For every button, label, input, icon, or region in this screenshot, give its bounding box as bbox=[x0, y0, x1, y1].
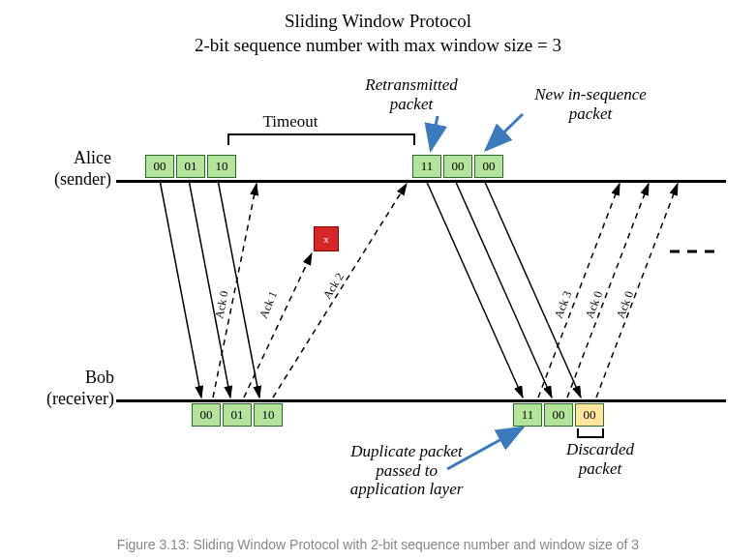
svg-line-14 bbox=[596, 184, 678, 398]
caption-text: Figure 3.13: Sliding Window Protocol wit… bbox=[117, 537, 639, 552]
discarded-bracket bbox=[577, 428, 604, 438]
alice-text: Alice (sender) bbox=[54, 148, 111, 189]
lost-packet-icon: x bbox=[314, 226, 339, 251]
svg-line-13 bbox=[567, 184, 649, 398]
seq-cell: 10 bbox=[254, 403, 283, 427]
ack-label: Ack 0 bbox=[212, 289, 230, 319]
timeout-bracket bbox=[227, 133, 415, 145]
bob-window-1: 00 01 10 bbox=[192, 403, 285, 427]
retransmitted-label: Retransmitted packet bbox=[353, 75, 469, 113]
title-line2: 2-bit sequence number with max window si… bbox=[195, 35, 561, 55]
svg-line-7 bbox=[244, 253, 312, 398]
ack-label: Ack 0 bbox=[614, 289, 636, 320]
retransmitted-text: Retransmitted packet bbox=[365, 75, 457, 113]
seq-cell: 00 bbox=[544, 403, 573, 427]
seq-cell: 11 bbox=[412, 155, 441, 178]
bob-text: Bob (receiver) bbox=[46, 368, 114, 408]
figure-caption: Figure 3.13: Sliding Window Protocol wit… bbox=[0, 537, 756, 552]
seq-cell: 01 bbox=[176, 155, 205, 178]
alice-label: Alice (sender) bbox=[34, 148, 111, 190]
ack-label: Ack 1 bbox=[257, 289, 280, 320]
svg-line-12 bbox=[538, 184, 620, 398]
svg-line-3 bbox=[160, 180, 201, 398]
seq-cell: 10 bbox=[207, 155, 236, 178]
svg-line-5 bbox=[218, 180, 259, 398]
seq-cell: 11 bbox=[513, 403, 542, 427]
new-in-seq-label: New in-sequence packet bbox=[523, 85, 658, 123]
svg-line-8 bbox=[273, 184, 407, 398]
svg-line-0 bbox=[431, 116, 438, 150]
svg-line-10 bbox=[455, 180, 552, 398]
ack-label: Ack 3 bbox=[552, 289, 574, 320]
svg-line-1 bbox=[486, 114, 523, 150]
svg-line-9 bbox=[426, 180, 523, 398]
ack-label: Ack 0 bbox=[583, 289, 605, 320]
bob-window-2: 11 00 00 bbox=[513, 403, 606, 427]
bob-timeline bbox=[116, 399, 726, 402]
timeout-label: Timeout bbox=[247, 112, 334, 132]
svg-line-4 bbox=[189, 180, 230, 398]
discarded-text: Discarded packet bbox=[566, 440, 634, 478]
duplicate-text: Duplicate packet passed to application l… bbox=[350, 442, 464, 498]
svg-line-6 bbox=[213, 184, 257, 398]
seq-cell: 00 bbox=[474, 155, 503, 178]
title-line1: Sliding Window Protocol bbox=[285, 11, 471, 31]
seq-cell: 00 bbox=[443, 155, 472, 178]
x-text: x bbox=[323, 233, 329, 245]
seq-cell: 00 bbox=[192, 403, 221, 427]
diagram-title: Sliding Window Protocol 2-bit sequence n… bbox=[0, 10, 756, 57]
new-in-seq-text: New in-sequence packet bbox=[534, 85, 647, 123]
seq-cell: 01 bbox=[223, 403, 252, 427]
discarded-label: Discarded packet bbox=[552, 440, 649, 478]
timeout-text: Timeout bbox=[262, 112, 318, 131]
bob-label: Bob (receiver) bbox=[17, 368, 114, 409]
alice-window-2: 11 00 00 bbox=[412, 155, 505, 178]
alice-timeline bbox=[116, 180, 726, 183]
seq-cell: 00 bbox=[145, 155, 174, 178]
duplicate-label: Duplicate packet passed to application l… bbox=[329, 442, 484, 499]
seq-cell-discarded: 00 bbox=[575, 403, 604, 427]
alice-window-1: 00 01 10 bbox=[145, 155, 238, 178]
ack-label: Ack 2 bbox=[320, 271, 347, 302]
svg-line-11 bbox=[484, 180, 581, 398]
